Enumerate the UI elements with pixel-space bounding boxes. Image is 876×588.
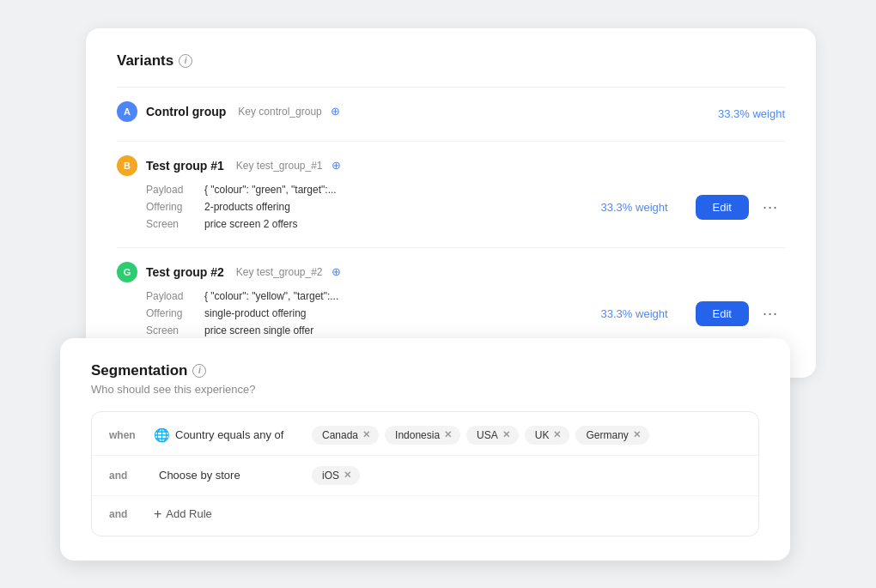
tag-usa-remove[interactable]: ✕	[502, 429, 510, 440]
control-group-badge: A	[117, 101, 137, 122]
test-group-1-more-button[interactable]: ···	[756, 195, 785, 220]
test-group-2-edit-button[interactable]: Edit	[696, 301, 749, 326]
segmentation-title-text: Segmentation	[91, 362, 187, 379]
rule-and-connector-1: And	[109, 470, 142, 482]
control-group-header: A Control group Key control_group ⊕	[117, 101, 340, 122]
test-group-2-payload-label: Payload	[146, 288, 198, 305]
tag-germany-remove[interactable]: ✕	[633, 429, 641, 440]
test-group-2-body: Payload { "colour": "yellow", "target":.…	[117, 288, 785, 340]
add-rule-plus-icon: +	[154, 506, 161, 522]
tag-uk-remove[interactable]: ✕	[553, 429, 561, 440]
test-group-2-screen-value: price screen single offer	[204, 322, 313, 339]
test-group-2-offering-value: single-product offering	[204, 305, 307, 322]
test-group-2-details: Payload { "colour": "yellow", "target":.…	[117, 288, 587, 340]
test-group-1-row: B Test group #1 Key test_group_#1 ⊕ Payl…	[117, 141, 785, 247]
tag-uk: UK ✕	[525, 426, 570, 445]
segmentation-card: Segmentation i Who should see this exper…	[60, 338, 790, 561]
rule-and-connector-2: And	[109, 508, 142, 520]
rule-store-condition-text: Choose by store	[159, 469, 240, 482]
seg-rule-when: When 🌐 Country equals any of Canada ✕ In…	[92, 415, 758, 456]
test-group-1-offering-label: Offering	[146, 198, 198, 215]
tag-ios: iOS ✕	[312, 466, 360, 485]
test-group-2-name: Test group #2	[146, 265, 224, 279]
rule-when-condition-text: Country equals any of	[175, 428, 283, 441]
test-group-2-header: G Test group #2 Key test_group_#2 ⊕	[117, 262, 785, 282]
rule-when-connector: When	[109, 429, 142, 441]
tag-canada-remove[interactable]: ✕	[362, 429, 370, 440]
test-group-1-payload-label: Payload	[146, 181, 198, 198]
test-group-1-offering-value: 2-products offering	[204, 198, 290, 215]
add-rule-label: Add Rule	[166, 507, 211, 520]
test-group-1-header: B Test group #1 Key test_group_#1 ⊕	[117, 155, 785, 176]
tag-usa: USA ✕	[466, 426, 519, 445]
test-group-2-badge: G	[117, 262, 137, 282]
variants-info-icon[interactable]: i	[179, 54, 192, 68]
test-group-2-key: Key test_group_#2	[236, 266, 323, 278]
control-group-name: Control group	[146, 105, 226, 118]
test-group-1-body: Payload { "colour": "green", "target":..…	[117, 181, 785, 233]
test-group-1-screen-label: Screen	[146, 215, 198, 233]
control-group-weight: 33.3% weight	[718, 107, 785, 120]
tag-germany: Germany ✕	[575, 426, 648, 445]
control-group-key: Key control_group	[238, 106, 321, 118]
segmentation-title: Segmentation i	[91, 362, 759, 379]
tag-indonesia: Indonesia ✕	[385, 426, 460, 445]
test-group-1-payload-value: { "colour": "green", "target":...	[204, 181, 337, 198]
test-group-2-payload-value: { "colour": "yellow", "target":...	[204, 288, 338, 305]
test-group-1-key: Key test_group_#1	[236, 160, 323, 172]
test-group-2-more-button[interactable]: ···	[756, 301, 785, 326]
store-tags-row: iOS ✕	[312, 466, 360, 485]
tag-indonesia-remove[interactable]: ✕	[444, 429, 452, 440]
tag-ios-remove[interactable]: ✕	[344, 470, 351, 481]
variants-title: Variants i	[117, 52, 785, 70]
test-group-1-name: Test group #1	[146, 159, 224, 173]
add-rule-button[interactable]: + Add Rule	[154, 506, 212, 522]
control-group-row: A Control group Key control_group ⊕ 33.3…	[117, 87, 785, 141]
test-group-1-edit-button[interactable]: Edit	[696, 195, 749, 220]
test-group-1-badge: B	[117, 155, 137, 176]
seg-rule-add: And + Add Rule	[92, 496, 758, 532]
rule-store-condition: Choose by store	[154, 469, 300, 482]
seg-rule-and-store: And Choose by store iOS ✕	[92, 456, 758, 496]
rule-when-condition: 🌐 Country equals any of	[154, 427, 300, 443]
segmentation-info-icon[interactable]: i	[192, 364, 206, 378]
control-group-copy-icon[interactable]: ⊕	[331, 105, 340, 118]
test-group-2-weight: 33.3% weight	[587, 307, 682, 320]
test-group-2-screen-label: Screen	[146, 322, 198, 339]
test-group-1-weight: 33.3% weight	[587, 201, 682, 214]
variants-card: Variants i A Control group Key control_g…	[86, 28, 816, 378]
test-group-1-screen-value: price screen 2 offers	[204, 215, 298, 233]
test-group-2-offering-label: Offering	[146, 305, 198, 322]
test-group-2-copy-icon[interactable]: ⊕	[332, 265, 341, 278]
test-group-1-copy-icon[interactable]: ⊕	[332, 159, 341, 172]
globe-icon: 🌐	[154, 427, 170, 443]
test-group-1-details: Payload { "colour": "green", "target":..…	[117, 181, 587, 233]
tag-canada: Canada ✕	[312, 426, 379, 445]
country-tags-row: Canada ✕ Indonesia ✕ USA ✕ UK ✕ Germany …	[312, 426, 649, 445]
segmentation-subtitle: Who should see this experience?	[91, 383, 759, 396]
variants-title-text: Variants	[117, 52, 173, 70]
segmentation-rules-box: When 🌐 Country equals any of Canada ✕ In…	[91, 411, 759, 536]
